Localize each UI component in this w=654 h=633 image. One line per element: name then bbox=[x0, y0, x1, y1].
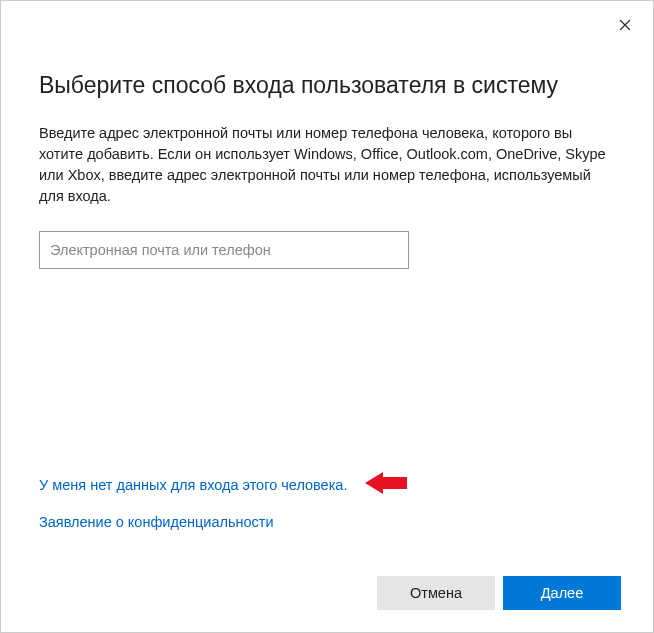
close-button[interactable] bbox=[609, 9, 641, 41]
link-row-no-signin: У меня нет данных для входа этого челове… bbox=[39, 470, 407, 500]
dialog-content: Выберите способ входа пользователя в сис… bbox=[1, 1, 653, 269]
dialog-footer: Отмена Далее bbox=[377, 576, 621, 610]
link-row-privacy: Заявление о конфиденциальности bbox=[39, 514, 407, 530]
close-icon bbox=[619, 17, 631, 34]
next-button[interactable]: Далее bbox=[503, 576, 621, 610]
dialog-description: Введите адрес электронной почты или номе… bbox=[39, 123, 615, 207]
no-signin-info-link[interactable]: У меня нет данных для входа этого челове… bbox=[39, 477, 347, 493]
dialog-title: Выберите способ входа пользователя в сис… bbox=[39, 71, 615, 101]
arrow-annotation-icon bbox=[365, 470, 407, 500]
privacy-link[interactable]: Заявление о конфиденциальности bbox=[39, 514, 274, 530]
svg-marker-2 bbox=[365, 472, 407, 494]
input-container bbox=[39, 231, 615, 269]
email-phone-input[interactable] bbox=[39, 231, 409, 269]
cancel-button[interactable]: Отмена bbox=[377, 576, 495, 610]
links-area: У меня нет данных для входа этого челове… bbox=[39, 470, 407, 544]
